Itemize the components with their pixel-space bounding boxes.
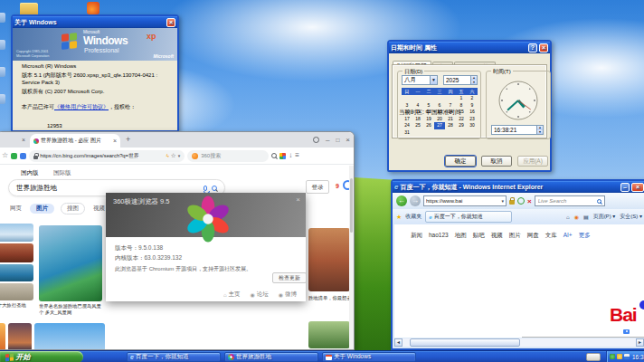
check-update-button[interactable]: 检查更新 (272, 272, 307, 283)
start-button[interactable]: 开始 (0, 351, 83, 362)
print-icon[interactable]: ▤ (583, 214, 589, 220)
scrollbar-track[interactable] (402, 338, 636, 347)
datetime-titlebar[interactable]: 日期和时间 属性 ? × (389, 42, 550, 53)
back-button[interactable]: ← (396, 195, 407, 206)
month-select[interactable]: 八月 ▼ (402, 75, 438, 85)
spinner-arrows[interactable]: ▲▼ (470, 76, 477, 84)
tray-icon-volume[interactable] (624, 354, 630, 359)
chevron-down-icon[interactable]: ▾ (501, 198, 504, 204)
extension-icon-blue[interactable] (20, 153, 26, 159)
partial-tab[interactable]: × (0, 132, 28, 148)
time-spinner[interactable]: ▲▼ (536, 126, 543, 134)
user-avatar-icon[interactable] (313, 137, 319, 143)
search-icon[interactable] (271, 153, 277, 158)
help-icon[interactable]: ? (528, 43, 537, 52)
calendar-day[interactable] (412, 129, 423, 137)
menu-icon[interactable]: ≡ (295, 152, 299, 159)
scroll-left-icon[interactable]: ◄ (394, 338, 402, 347)
apply-button[interactable]: 应用(A) (517, 156, 548, 167)
chevron-down-icon[interactable]: ▼ (430, 76, 437, 84)
baidu-nav-link[interactable]: 视频 (491, 232, 503, 240)
calendar-day[interactable] (423, 129, 434, 137)
feed-icon[interactable]: ◉ (574, 214, 579, 220)
maximize-button[interactable]: □ (336, 137, 339, 143)
calendar-day[interactable]: 16 (467, 109, 478, 116)
calendar-day[interactable]: 25 (412, 122, 423, 129)
desktop-icon-partial[interactable] (0, 94, 5, 104)
tray-icon-update[interactable] (617, 354, 622, 359)
bing-tab[interactable]: 搜图 (61, 203, 85, 214)
close-icon[interactable]: × (166, 18, 175, 27)
baidu-nav-link[interactable]: 图片 (509, 232, 521, 240)
favorites-label[interactable]: 收藏夹 (405, 213, 421, 221)
result-thumbnail[interactable] (0, 224, 33, 242)
down-arrow-icon[interactable]: ▼ (471, 81, 477, 85)
baidu-nav-link[interactable]: 新闻 (411, 232, 422, 240)
result-caption[interactable]: 胜地清单，你最想去 (308, 295, 350, 301)
calendar-day[interactable] (456, 129, 467, 137)
about-windows-titlebar[interactable]: 关于 Windows × (13, 16, 177, 28)
result-thumbnail[interactable] (0, 243, 33, 262)
new-tab-button[interactable]: + (126, 132, 130, 148)
address-bar[interactable]: https://cn.bing.com/images/search?q=世界 ϟ… (29, 150, 185, 162)
minimize-button[interactable]: – (620, 183, 630, 192)
baidu-nav-link[interactable]: AI+ (564, 232, 573, 240)
browser-tab-active[interactable]: 世界旅游胜地 - 必应 图片 × (30, 134, 120, 148)
ie-titlebar[interactable]: e 百度一下，你就知道 - Windows Internet Explorer … (393, 181, 644, 193)
down-arrow-icon[interactable]: ▼ (537, 130, 543, 135)
taskbar-task-browser[interactable]: 世界旅游胜地 (224, 352, 318, 362)
result-thumbnail[interactable] (308, 321, 350, 348)
result-thumbnail[interactable] (0, 323, 5, 349)
baidu-nav-link[interactable]: hao123 (429, 232, 449, 240)
forum-link[interactable]: ◉论坛 (251, 291, 269, 299)
ie-url-text[interactable]: https://www.bai (426, 198, 500, 204)
desktop-icon-app[interactable] (87, 2, 99, 14)
home-link[interactable]: ⌂主页 (223, 291, 241, 299)
about-360-header[interactable]: 360极速浏览器 9.5 × (106, 193, 306, 237)
bookmark-star-icon[interactable]: ☆ (2, 152, 8, 159)
baidu-nav-link[interactable]: 文库 (545, 232, 557, 240)
result-thumbnail[interactable] (0, 264, 33, 281)
minimized-toolbar[interactable] (586, 353, 601, 361)
close-button[interactable]: × (346, 136, 350, 144)
baidu-nav-link[interactable]: 地图 (455, 232, 467, 240)
calendar-day[interactable] (434, 129, 445, 137)
result-thumbnail[interactable] (8, 323, 32, 349)
result-caption[interactable]: 十大旅行圣地 (0, 302, 35, 309)
close-icon[interactable]: × (539, 43, 548, 52)
camera-icon[interactable] (623, 329, 630, 334)
ie-tab[interactable]: e 百度一下，你就知道 (425, 211, 512, 223)
vertical-scrollbar[interactable] (349, 166, 354, 349)
taskbar-task-about[interactable]: 关于 Windows (322, 352, 416, 362)
calendar-day[interactable]: 2 (467, 95, 478, 102)
bing-region-domestic[interactable]: 国内版 (21, 169, 39, 177)
result-thumbnail[interactable] (34, 323, 105, 349)
year-spinner[interactable]: 2025 ▲▼ (443, 75, 478, 85)
time-field[interactable]: 16:38:21 ▲▼ (491, 125, 544, 135)
tray-clock[interactable]: 16:36 (632, 354, 644, 360)
calendar-day[interactable]: 27 (434, 122, 445, 129)
scrollbar-thumb[interactable] (350, 178, 353, 233)
calendar-day[interactable] (402, 95, 412, 102)
forward-button[interactable]: → (410, 195, 421, 206)
calendar-day[interactable]: 30 (467, 122, 478, 129)
downloads-icon[interactable]: ↓ (289, 152, 292, 159)
microphone-icon[interactable] (204, 186, 207, 191)
calendar-day[interactable]: 29 (456, 122, 467, 129)
desktop-icon-partial[interactable] (0, 13, 5, 23)
baidu-nav-link[interactable]: 网盘 (527, 232, 539, 240)
bing-tab[interactable]: 图片 (30, 204, 54, 214)
ie-address-bar[interactable]: https://www.bai ▾ (423, 195, 507, 206)
login-button[interactable]: 登录 (306, 180, 329, 194)
close-icon[interactable]: × (296, 195, 300, 204)
taskbar-task-ie[interactable]: e 百度一下，你就知道 (127, 352, 221, 362)
result-thumbnail-main[interactable] (39, 225, 102, 301)
calendar-day[interactable]: 31 (402, 129, 412, 137)
calendar-day[interactable]: 1 (456, 95, 467, 102)
bing-region-intl[interactable]: 国际版 (53, 169, 71, 177)
calendar-day[interactable] (412, 95, 423, 102)
tab-close-icon[interactable]: × (113, 138, 117, 144)
baidu-search-input[interactable] (522, 337, 644, 338)
calendar-day[interactable] (445, 129, 456, 137)
url-text[interactable]: https://cn.bing.com/images/search?q=世界 (40, 152, 164, 160)
